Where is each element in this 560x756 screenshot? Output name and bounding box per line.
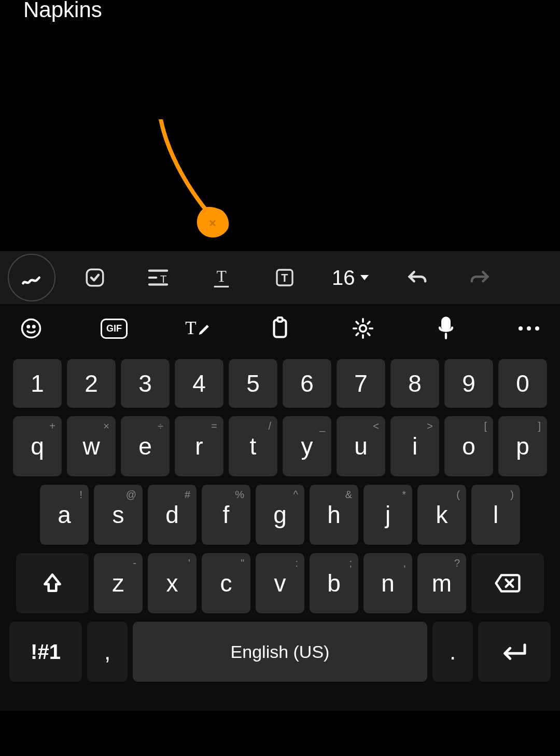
key-h[interactable]: &h	[310, 485, 358, 545]
note-canvas[interactable]: Napkins	[0, 0, 560, 251]
key-3[interactable]: 3	[121, 359, 170, 408]
key-g[interactable]: ^g	[256, 485, 304, 545]
keyboard: 1234567890 +q×w÷e=r/t_y<u>i[o]p !a@s#d%f…	[0, 353, 560, 711]
key-7[interactable]: 7	[337, 359, 385, 408]
font-size-value: 16	[332, 266, 355, 290]
svg-rect-15	[277, 318, 283, 322]
svg-point-21	[535, 326, 539, 331]
pen-tool-button[interactable]	[8, 254, 55, 301]
space-key[interactable]: English (US)	[133, 622, 427, 682]
svg-point-16	[360, 325, 367, 332]
gif-button[interactable]: GIF	[93, 313, 135, 344]
svg-point-19	[519, 326, 523, 331]
key-d[interactable]: #d	[148, 485, 197, 545]
shift-icon	[41, 572, 64, 595]
key-v[interactable]: :v	[256, 553, 304, 613]
key-l[interactable]: )l	[471, 485, 520, 545]
key-i[interactable]: >i	[390, 416, 439, 476]
key-u[interactable]: <u	[337, 416, 385, 476]
format-toolbar: T T T 16	[0, 251, 560, 304]
key-y[interactable]: _y	[283, 416, 331, 476]
keyboard-suggestion-bar: GIF T	[0, 304, 560, 353]
svg-point-12	[33, 326, 35, 328]
svg-point-10	[22, 320, 40, 338]
voice-input-button[interactable]	[425, 313, 467, 344]
undo-button[interactable]	[393, 262, 441, 293]
key-8[interactable]: 8	[390, 359, 439, 408]
key-k[interactable]: (k	[417, 485, 466, 545]
svg-text:T: T	[217, 267, 227, 285]
comma-key[interactable]: ,	[87, 622, 128, 682]
redo-button[interactable]	[456, 262, 504, 293]
key-a[interactable]: !a	[40, 485, 89, 545]
key-m[interactable]: ?m	[417, 553, 466, 613]
backspace-key[interactable]	[471, 553, 544, 613]
key-s[interactable]: @s	[94, 485, 143, 545]
backspace-icon	[494, 573, 521, 593]
clipboard-button[interactable]	[259, 313, 301, 344]
text-align-button[interactable]: T	[134, 262, 182, 293]
key-5[interactable]: 5	[229, 359, 277, 408]
text-underline-button[interactable]: T	[198, 262, 245, 293]
key-e[interactable]: ÷e	[121, 416, 170, 476]
note-text[interactable]: Napkins	[23, 0, 102, 22]
settings-button[interactable]	[342, 313, 384, 344]
user-drawing-arrow	[156, 119, 270, 254]
text-edit-button[interactable]: T	[176, 313, 218, 344]
svg-text:T: T	[281, 271, 288, 284]
emoji-button[interactable]	[10, 313, 52, 344]
svg-text:T: T	[185, 318, 196, 338]
key-4[interactable]: 4	[175, 359, 223, 408]
font-size-selector[interactable]: 16	[324, 266, 377, 290]
key-2[interactable]: 2	[67, 359, 116, 408]
symbols-key[interactable]: !#1	[9, 622, 82, 682]
chevron-down-icon	[359, 274, 370, 281]
svg-rect-17	[442, 318, 450, 330]
shift-key[interactable]	[16, 553, 89, 613]
checkbox-tool-button[interactable]	[71, 262, 119, 293]
textblock-button[interactable]: T	[261, 262, 309, 293]
key-f[interactable]: %f	[202, 485, 250, 545]
svg-point-11	[27, 326, 30, 328]
key-b[interactable]: ;b	[310, 553, 358, 613]
key-z[interactable]: -z	[94, 553, 143, 613]
key-x[interactable]: 'x	[148, 553, 197, 613]
enter-key[interactable]	[478, 622, 551, 682]
svg-point-20	[527, 326, 531, 331]
key-c[interactable]: "c	[202, 553, 250, 613]
key-r[interactable]: =r	[175, 416, 223, 476]
key-o[interactable]: [o	[444, 416, 493, 476]
more-options-button[interactable]	[508, 313, 550, 344]
period-key[interactable]: .	[432, 622, 473, 682]
key-1[interactable]: 1	[13, 359, 62, 408]
key-6[interactable]: 6	[283, 359, 331, 408]
key-j[interactable]: *j	[363, 485, 412, 545]
svg-text:T: T	[160, 273, 167, 285]
key-w[interactable]: ×w	[67, 416, 116, 476]
key-t[interactable]: /t	[229, 416, 277, 476]
key-n[interactable]: ,n	[363, 553, 412, 613]
key-p[interactable]: ]p	[498, 416, 547, 476]
key-0[interactable]: 0	[498, 359, 547, 408]
enter-icon	[500, 641, 529, 662]
key-9[interactable]: 9	[444, 359, 493, 408]
key-q[interactable]: +q	[13, 416, 62, 476]
